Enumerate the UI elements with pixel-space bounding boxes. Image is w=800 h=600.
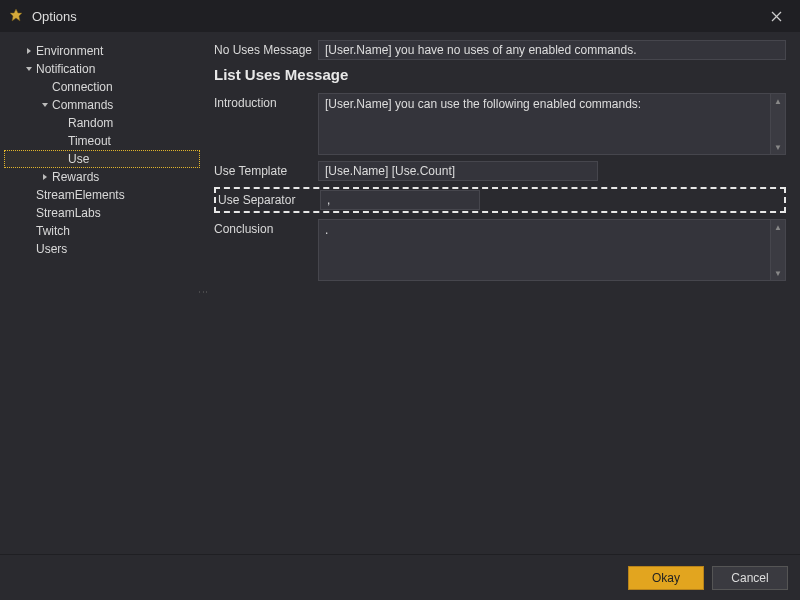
window-title: Options [32,9,760,24]
tree-item-use[interactable]: Use [4,150,200,168]
tree-item-users[interactable]: Users [4,240,200,258]
svg-marker-0 [10,9,22,21]
svg-marker-4 [26,67,32,71]
conclusion-input[interactable] [318,219,770,281]
tree-item-random[interactable]: Random [4,114,200,132]
scroll-down-icon[interactable]: ▼ [771,140,785,154]
introduction-label: Introduction [214,93,318,110]
tree-item-label: Notification [36,62,95,76]
use-separator-input[interactable] [320,190,480,210]
tree-item-label: Random [68,116,113,130]
use-template-label: Use Template [214,161,318,178]
no-uses-message-label: No Uses Message [214,40,318,57]
okay-button[interactable]: Okay [628,566,704,590]
svg-marker-3 [27,48,31,54]
svg-marker-5 [42,103,48,107]
tree-item-twitch[interactable]: Twitch [4,222,200,240]
body: EnvironmentNotificationConnectionCommand… [0,32,800,554]
tree-item-notification[interactable]: Notification [4,60,200,78]
tree-item-label: Commands [52,98,113,112]
use-template-input[interactable] [318,161,598,181]
tree-item-label: Rewards [52,170,99,184]
chevron-down-icon[interactable] [40,101,50,109]
conclusion-row: Conclusion ▲ ▼ [214,219,786,281]
scroll-down-icon[interactable]: ▼ [771,266,785,280]
chevron-right-icon[interactable] [24,47,34,55]
tree-item-streamelements[interactable]: StreamElements [4,186,200,204]
footer: Okay Cancel [0,554,800,600]
tree-item-label: StreamLabs [36,206,101,220]
introduction-scrollbar[interactable]: ▲ ▼ [770,93,786,155]
close-icon [771,11,782,22]
no-uses-message-row: No Uses Message [214,40,786,60]
titlebar: Options [0,0,800,32]
tree-item-streamlabs[interactable]: StreamLabs [4,204,200,222]
tree-item-label: Environment [36,44,103,58]
introduction-input[interactable] [318,93,770,155]
use-template-row: Use Template [214,161,786,181]
chevron-down-icon[interactable] [24,65,34,73]
tree-item-connection[interactable]: Connection [4,78,200,96]
tree-item-label: Timeout [68,134,111,148]
tree-item-label: StreamElements [36,188,125,202]
app-icon [8,8,24,24]
scroll-up-icon[interactable]: ▲ [771,94,785,108]
tree-item-rewards[interactable]: Rewards [4,168,200,186]
tree-item-label: Twitch [36,224,70,238]
tree-item-label: Connection [52,80,113,94]
tree-item-label: Users [36,242,67,256]
conclusion-label: Conclusion [214,219,318,236]
use-separator-highlight: Use Separator [214,187,786,213]
use-separator-row: Use Separator [218,190,782,210]
tree-item-environment[interactable]: Environment [4,42,200,60]
settings-panel: No Uses Message List Uses Message Introd… [206,32,800,554]
no-uses-message-input[interactable] [318,40,786,60]
sidebar-tree: EnvironmentNotificationConnectionCommand… [0,32,200,554]
section-title: List Uses Message [214,66,786,83]
close-button[interactable] [760,0,792,32]
conclusion-scrollbar[interactable]: ▲ ▼ [770,219,786,281]
svg-marker-6 [43,174,47,180]
tree-item-timeout[interactable]: Timeout [4,132,200,150]
use-separator-label: Use Separator [218,190,320,207]
cancel-button[interactable]: Cancel [712,566,788,590]
tree-item-label: Use [68,152,89,166]
chevron-right-icon[interactable] [40,173,50,181]
options-window: Options EnvironmentNotificationConnectio… [0,0,800,600]
introduction-row: Introduction ▲ ▼ [214,93,786,155]
tree-item-commands[interactable]: Commands [4,96,200,114]
scroll-up-icon[interactable]: ▲ [771,220,785,234]
